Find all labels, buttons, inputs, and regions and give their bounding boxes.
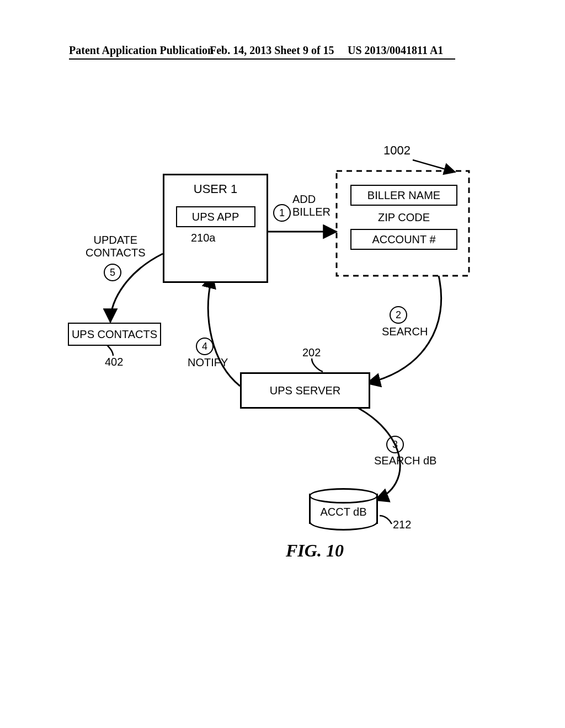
step4-circle: 4 [196, 338, 214, 355]
step5-label: UPDATE CONTACTS [86, 234, 146, 259]
form-ref: 1002 [383, 143, 411, 158]
figure-caption: FIG. 10 [286, 540, 344, 561]
diagram-stage: 1002 USER 1 UPS APP 210a 1 ADD BILLER BI… [0, 0, 565, 728]
ups-server-box: UPS SERVER [240, 372, 370, 409]
step3-label: SEARCH dB [374, 454, 436, 467]
user1-ref: 210a [191, 232, 216, 244]
user1-title: USER 1 [164, 182, 266, 196]
step3-circle: 3 [386, 436, 404, 453]
step1-label: ADD BILLER [292, 193, 331, 218]
acct-db-cylinder: ACCT dB [309, 488, 378, 532]
zip-code-label: ZIP CODE [378, 211, 430, 224]
ups-contacts-ref: 402 [105, 356, 123, 368]
ups-contacts-box: UPS CONTACTS [68, 323, 161, 346]
acct-db-ref: 212 [393, 518, 411, 531]
connectors [0, 0, 565, 728]
user1-box: USER 1 UPS APP [163, 174, 268, 283]
step4-label: NOTIFY [188, 356, 228, 369]
biller-name-field: BILLER NAME [350, 185, 457, 206]
ups-app-label: UPS APP [192, 211, 239, 223]
biller-name-label: BILLER NAME [367, 189, 440, 202]
account-field: ACCOUNT # [350, 229, 457, 250]
ups-server-label: UPS SERVER [270, 384, 341, 397]
ups-server-ref: 202 [302, 346, 321, 359]
ups-contacts-label: UPS CONTACTS [72, 328, 157, 341]
acct-db-label: ACCT dB [309, 506, 378, 518]
step5-circle: 5 [104, 264, 121, 281]
step1-circle: 1 [273, 204, 291, 222]
step2-circle: 2 [390, 306, 407, 324]
step2-label: SEARCH [382, 325, 428, 338]
ups-app-bar: UPS APP [176, 206, 255, 227]
account-label: ACCOUNT # [372, 233, 435, 246]
